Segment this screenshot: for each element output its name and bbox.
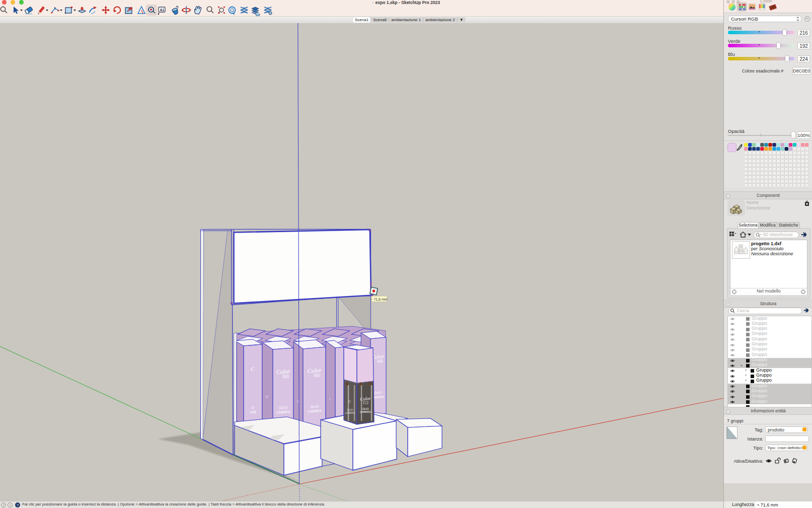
svg-text:Color: Color xyxy=(307,367,322,375)
svg-text:OLIO: OLIO xyxy=(374,391,382,395)
svg-text:MIX: MIX xyxy=(379,360,382,362)
svg-text:?: ? xyxy=(3,503,5,507)
svg-text:OLIO: OLIO xyxy=(310,405,319,409)
svg-text:A1: A1 xyxy=(160,8,165,12)
svg-text:Color: Color xyxy=(276,368,290,376)
svg-text:L: L xyxy=(329,397,331,401)
svg-text:i: i xyxy=(10,503,11,507)
svg-text:MIX: MIX xyxy=(284,375,287,378)
svg-text:O: O xyxy=(251,406,254,409)
svg-text:O: O xyxy=(265,395,268,398)
svg-text:~ 71,6 mm: ~ 71,6 mm xyxy=(371,298,387,301)
svg-text:OLIO: OLIO xyxy=(279,406,288,410)
svg-text:LABBRA: LABBRA xyxy=(276,410,290,414)
svg-text:?: ? xyxy=(17,503,19,507)
svg-text:LAB: LAB xyxy=(249,410,256,414)
svg-text:Color: Color xyxy=(360,396,371,402)
svg-text:MIX: MIX xyxy=(315,374,319,377)
svg-text:LABBRA: LABBRA xyxy=(308,409,322,413)
svg-text:LABBRA: LABBRA xyxy=(345,411,355,414)
svg-text:LABBRA: LABBRA xyxy=(360,410,371,413)
